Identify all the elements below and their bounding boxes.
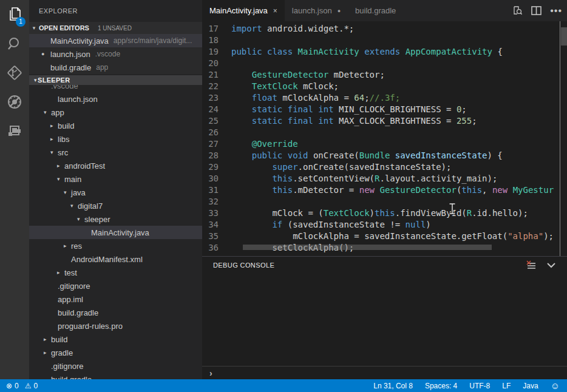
code-token: final [288, 104, 313, 114]
eol-status[interactable]: LF [502, 382, 511, 390]
line-number[interactable]: 17 [202, 23, 231, 35]
search-in-file-icon[interactable] [512, 5, 523, 16]
tree-item-build-gradle[interactable]: build.gradle [29, 306, 202, 319]
line-number[interactable]: 26 [202, 127, 231, 138]
code-line[interactable]: 32 [202, 196, 567, 208]
code-line[interactable]: 25 static final int MAX_CLOCK_BRIGHTNESS… [202, 115, 567, 127]
code-line[interactable]: 18 [202, 35, 567, 46]
code-line[interactable]: 17import android.widget.*; [202, 23, 567, 35]
tree-item-build-gradle[interactable]: build.gradle [29, 373, 202, 379]
tab-build-gradle[interactable]: build.gradle [348, 0, 403, 21]
clear-console-icon[interactable] [526, 260, 537, 270]
cursor-position-status[interactable]: Ln 31, Col 8 [373, 382, 413, 390]
tree-item-build[interactable]: ▸build [29, 333, 202, 346]
feedback-smiley-icon[interactable]: ☺ [551, 381, 560, 390]
tree-item-main[interactable]: ▾main [29, 172, 202, 186]
close-tab-icon[interactable]: × [273, 7, 277, 15]
open-editor-item[interactable]: build.gradleapp [29, 61, 202, 74]
line-number[interactable]: 24 [202, 104, 231, 115]
line-number[interactable]: 27 [202, 138, 231, 150]
debug-activity-button[interactable] [0, 87, 29, 117]
tree-item-androidtest[interactable]: ▸androidTest [29, 159, 202, 172]
open-editor-item[interactable]: MainActivity.javaapp/src/main/java/digit… [29, 34, 202, 47]
folder-section-header[interactable]: ▾ SLEEPER [29, 75, 202, 85]
line-number[interactable]: 18 [202, 35, 231, 46]
more-actions-icon[interactable]: ••• [550, 8, 562, 14]
code-token: final [288, 116, 313, 126]
code-token: "alpha" [508, 231, 543, 241]
open-editor-name: MainActivity.java [50, 36, 109, 46]
code-line[interactable]: 24 static final int MIN_CLOCK_BRIGHTNESS… [202, 104, 567, 115]
line-number[interactable]: 29 [202, 161, 231, 173]
code-token [231, 185, 272, 195]
code-line[interactable]: 34 if (savedInstanceState != null) [202, 219, 567, 231]
tree-item--vscode[interactable]: .vscode [29, 85, 202, 92]
tree-item--gitignore[interactable]: .gitignore [29, 359, 202, 373]
source-control-activity-button[interactable] [0, 58, 29, 87]
line-number[interactable]: 23 [202, 92, 231, 104]
code-line[interactable]: 23 float mClockAlpha = 64;//.3f; [202, 92, 567, 104]
code-line[interactable]: 21 GestureDetector mDetector; [202, 69, 567, 81]
tree-item-app-iml[interactable]: app.iml [29, 292, 202, 306]
code-line[interactable]: 35 mClockAlpha = savedInstanceState.getF… [202, 231, 567, 242]
line-number[interactable]: 34 [202, 219, 231, 231]
code-line[interactable]: 28 public void onCreate(Bundle savedInst… [202, 150, 567, 161]
line-number[interactable]: 28 [202, 150, 231, 161]
split-editor-icon[interactable] [531, 6, 542, 15]
tree-item-digital7[interactable]: ▾digital7 [29, 199, 202, 212]
tab-mainactivity-java[interactable]: MainActivity.java× [202, 0, 285, 21]
open-editors-header[interactable]: ▾ OPEN EDITORS 1 UNSAVED [29, 22, 202, 34]
open-editor-item[interactable]: ●launch.json.vscode [29, 47, 202, 61]
indentation-status[interactable]: Spaces: 4 [425, 382, 457, 390]
line-number[interactable]: 30 [202, 173, 231, 184]
code-line[interactable]: 31 this.mDetector = new GestureDetector(… [202, 184, 567, 196]
code-editor[interactable]: 17import android.widget.*;1819public cla… [202, 21, 567, 256]
code-line[interactable]: 27 @Override [202, 138, 567, 150]
line-number[interactable]: 33 [202, 208, 231, 219]
tree-item-mainactivity-java[interactable]: MainActivity.java [29, 226, 202, 239]
tree-item--gitignore[interactable]: .gitignore [29, 279, 202, 292]
code-line[interactable]: 30 this.setContentView(R.layout.activity… [202, 173, 567, 184]
tree-item-proguard-rules-pro[interactable]: proguard-rules.pro [29, 319, 202, 333]
tab-launch-json[interactable]: launch.json● [285, 0, 348, 21]
code-line[interactable]: 33 mClock = (TextClock)this.findViewById… [202, 208, 567, 219]
code-token: if [272, 220, 282, 229]
vertical-scrollbar-thumb[interactable] [561, 27, 567, 46]
line-number[interactable]: 22 [202, 81, 231, 92]
code-line[interactable]: 19public class MainActivity extends AppC… [202, 46, 567, 58]
code-line[interactable]: 22 TextClock mClock; [202, 81, 567, 92]
encoding-status[interactable]: UTF-8 [469, 382, 490, 390]
line-number[interactable]: 25 [202, 115, 231, 127]
tree-item-src[interactable]: ▾src [29, 146, 202, 159]
tree-item-gradle[interactable]: ▸gradle [29, 346, 202, 359]
tree-item-sleeper[interactable]: ▾sleeper [29, 212, 202, 226]
tree-item-label: AndroidManifest.xml [71, 255, 143, 264]
line-number[interactable]: 21 [202, 69, 231, 81]
horizontal-scrollbar[interactable] [243, 245, 492, 250]
search-activity-button[interactable] [0, 29, 29, 58]
tree-item-java[interactable]: ▾java [29, 186, 202, 199]
tree-item-build[interactable]: ▸build [29, 119, 202, 132]
tree-item-androidmanifest-xml[interactable]: AndroidManifest.xml [29, 252, 202, 266]
collapse-panel-icon[interactable] [546, 262, 556, 268]
code-line[interactable]: 29 super.onCreate(savedInstanceState); [202, 161, 567, 173]
tree-item-libs[interactable]: ▸libs [29, 132, 202, 146]
tree-item-test[interactable]: ▸test [29, 266, 202, 279]
problems-status[interactable]: ⊗ 0 ⚠ 0 [6, 382, 38, 390]
language-mode-status[interactable]: Java [523, 382, 538, 390]
tree-item-res[interactable]: ▸res [29, 239, 202, 252]
tree-item-launch-json[interactable]: launch.json [29, 92, 202, 106]
tree-item-app[interactable]: ▾app [29, 106, 202, 119]
line-number[interactable]: 31 [202, 184, 231, 196]
explorer-activity-button[interactable]: 1 [0, 0, 29, 29]
line-number[interactable]: 20 [202, 58, 231, 69]
line-number[interactable]: 19 [202, 46, 231, 58]
line-number[interactable]: 35 [202, 231, 231, 242]
debug-repl-input[interactable]: › [202, 366, 567, 379]
line-number[interactable]: 32 [202, 196, 231, 208]
code-line[interactable]: 20 [202, 58, 567, 69]
vertical-scrollbar[interactable] [560, 21, 567, 256]
code-line[interactable]: 26 [202, 127, 567, 138]
line-number[interactable]: 36 [202, 242, 231, 254]
extensions-activity-button[interactable] [0, 117, 29, 146]
